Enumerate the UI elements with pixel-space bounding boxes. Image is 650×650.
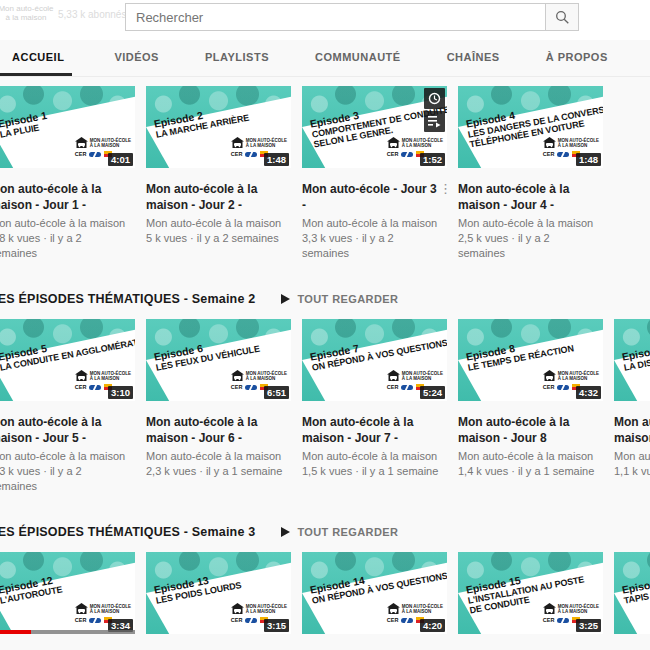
video-title[interactable]: Mon auto-école à la maison - Jour 2 - [146,181,283,213]
video-channel-name[interactable]: Mon auto-école à la maison [302,216,439,231]
video-title[interactable]: Mon auto-école à la maison - Jour 7 - [302,414,439,446]
cer-logo: CER [387,151,399,157]
video-card: Episode 13 LES POIDS LOURDS MON AUTO-ÉCO… [146,552,291,650]
partner-logos: CER [387,384,425,390]
video-channel-name[interactable]: Mon auto-école à la maison [302,449,439,464]
video-thumbnail[interactable]: Episode 15 L'INSTALLATION AU POSTEDE CON… [458,552,603,634]
video-channel-name[interactable]: Mon auto-école à la maison [0,216,127,231]
video-thumbnail[interactable]: Episode 6 LES FEUX DU VÉHICULE MON AUTO-… [146,319,291,401]
partner-logos: CER [75,617,113,623]
watch-later-button[interactable] [424,88,445,109]
cer-logo: CER [75,617,87,623]
video-meta: Mon auto-école à la maison - Jour 6 - Mo… [146,414,291,479]
cer-logo: CER [387,384,399,390]
partner-blue-logo [401,385,413,390]
house-car-icon [231,370,244,382]
video-title[interactable]: Mon auto-école à la maison - Jour 6 - [146,414,283,446]
tab-playlists[interactable]: PLAYLISTS [205,40,269,76]
kebab-menu-icon[interactable]: ⋮ [439,182,452,195]
video-meta: Mon auto-école à la maison - Jour 4 - Mo… [458,181,603,261]
house-car-icon [543,137,556,149]
video-meta: Mon auto-école à la maison - Jour 9 Mon … [614,414,650,479]
channel-home-content: Episode 1 LA PLUIE MON AUTO-ÉCOLEÀ LA MA… [0,77,650,650]
partner-logos: CER [387,151,425,157]
video-thumbnail[interactable]: Episode 2 LA MARCHE ARRIÈRE MON AUTO-ÉCO… [146,86,291,168]
tab-accueil[interactable]: ACCUEIL [0,40,72,76]
video-channel-name[interactable]: Mon auto-école à la maison [458,216,595,231]
video-channel-name[interactable]: Mon auto-école à la maison [0,449,127,464]
cer-logo: CER [387,617,399,623]
video-thumbnail[interactable]: Episode 1 LA PLUIE MON AUTO-ÉCOLEÀ LA MA… [0,86,135,168]
search-input[interactable] [125,3,546,31]
section-title: LES ÉPISODES THÉMATIQUES - Semaine 3 [0,525,255,539]
watch-all-label: TOUT REGARDER [297,526,398,538]
video-card: Episode 6 LES FEUX DU VÉHICULE MON AUTO-… [146,319,291,494]
channel-logo-text: MON AUTO-ÉCOLEÀ LA MAISON [558,371,599,381]
partner-blue-logo [89,152,101,157]
channel-logo-text: MON AUTO-ÉCOLEÀ LA MAISON [558,604,599,614]
cer-logo: CER [543,151,555,157]
video-title[interactable]: Mon auto-école à la maison - Jour 9 [614,414,650,446]
video-views-and-age: 3,3 k vues · il y a 2 semaines [302,231,439,261]
video-thumbnail[interactable]: Episode 4 LES DANGERS DE LA CONVERSATION… [458,86,603,168]
video-card: Episode 15 L'INSTALLATION AU POSTEDE CON… [458,552,603,650]
channel-logo-text: MON AUTO-ÉCOLEÀ LA MAISON [402,371,443,381]
video-title[interactable]: Mon auto-école - Jour 3 - [302,181,439,213]
video-views-and-age: 2,3 k vues · il y a 1 semaine [146,464,283,479]
video-thumbnail[interactable]: Episode 16 TAPIS MON AUTO-ÉCOLEÀ LA MAIS… [614,552,650,634]
channel-avatar-caption: Mon auto-école à la maison [0,4,58,22]
partner-logos: CER [231,617,269,623]
duration-badge: 4:01 [108,153,133,166]
search-button[interactable] [546,3,579,31]
partner-blue-logo [89,618,101,623]
partner-blue-logo [401,152,413,157]
video-thumbnail[interactable]: Episode 7 ON RÉPOND À VOS QUESTIONS MON … [302,319,447,401]
video-row: Episode 12 L'AUTOROUTE MON AUTO-ÉCOLEÀ L… [0,552,650,650]
video-title[interactable]: Mon auto-école à la maison - Jour 1 - [0,181,127,213]
partner-blue-logo [245,385,257,390]
house-car-icon [75,603,88,615]
video-meta: Mon auto-école - Jour 3 - Mon auto-école… [302,181,447,261]
video-thumbnail[interactable]: Episode 8 LE TEMPS DE RÉACTION MON AUTO-… [458,319,603,401]
tab-bar: ACCUEILVIDÉOSPLAYLISTSCOMMUNAUTÉCHAÎNESÀ… [0,40,650,77]
tab-à-propos[interactable]: À PROPOS [546,40,608,76]
video-views-and-age: 3,3 k vues · il y a 2 semaines [0,464,127,494]
video-views-and-age: 1,4 k vues · il y a 1 semaine [458,464,595,479]
watch-all-button[interactable]: TOUT REGARDER [281,526,398,538]
partner-blue-logo [245,152,257,157]
tab-communauté[interactable]: COMMUNAUTÉ [315,40,401,76]
house-car-icon [75,137,88,149]
video-views-and-age: 2,5 k vues · il y a 2 semaines [458,231,595,261]
channel-logo-text: MON AUTO-ÉCOLEÀ LA MAISON [558,138,599,148]
video-channel-name[interactable]: Mon auto-école à la maison [146,216,283,231]
video-title[interactable]: Mon auto-école à la maison - Jour 8 [458,414,595,446]
house-car-icon [543,603,556,615]
video-thumbnail[interactable]: Episode 3 COMPORTEMENT DE CONDUITESELON … [302,86,447,168]
video-card: Episode 7 ON RÉPOND À VOS QUESTIONS MON … [302,319,447,494]
queue-icon [428,115,441,128]
partner-logos: CER [231,384,269,390]
watch-all-button[interactable]: TOUT REGARDER [281,293,398,305]
thumbnail-hover-actions [424,88,445,132]
house-car-icon [231,137,244,149]
video-thumbnail[interactable]: Episode 12 L'AUTOROUTE MON AUTO-ÉCOLEÀ L… [0,552,135,634]
video-thumbnail[interactable]: Episode 9 LA DISTANCE MON AUTO-ÉCOLEÀ LA… [614,319,650,401]
video-thumbnail[interactable]: Episode 14 ON RÉPOND À VOS QUESTIONS MON… [302,552,447,634]
video-thumbnail[interactable]: Episode 5 LA CONDUITE EN AGGLOMÉRATION M… [0,319,135,401]
tab-chaînes[interactable]: CHAÎNES [447,40,500,76]
duration-badge: 3:15 [264,619,289,632]
house-car-icon [387,137,400,149]
add-to-queue-button[interactable] [424,111,445,132]
channel-logo-text: MON AUTO-ÉCOLEÀ LA MAISON [402,138,443,148]
house-car-icon [387,370,400,382]
video-title[interactable]: Mon auto-école à la maison - Jour 5 - [0,414,127,446]
video-channel-name[interactable]: Mon auto-école à la maison [146,449,283,464]
video-channel-name[interactable]: Mon auto-école à la maison [614,449,650,464]
video-thumbnail[interactable]: Episode 13 LES POIDS LOURDS MON AUTO-ÉCO… [146,552,291,634]
watch-progress-bar [0,630,135,634]
video-channel-name[interactable]: Mon auto-école à la maison [458,449,595,464]
video-title[interactable]: Mon auto-école à la maison - Jour 4 - [458,181,595,213]
tab-vidéos[interactable]: VIDÉOS [114,40,159,76]
video-meta: Mon auto-école à la maison - Jour 8 Mon … [458,414,603,479]
duration-badge: 1:52 [420,153,445,166]
